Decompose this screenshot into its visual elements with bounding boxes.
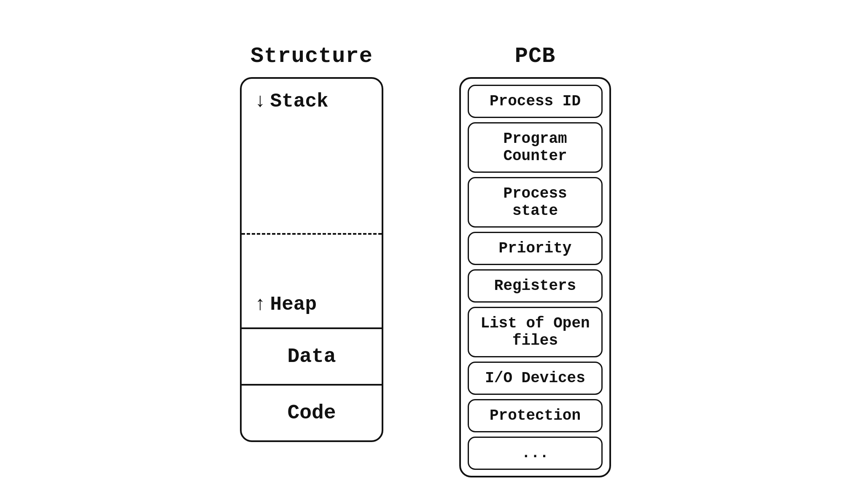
structure-box: ↓ Stack ↑ Heap Data (240, 77, 383, 442)
stack-area: ↓ Stack (242, 79, 382, 235)
data-label: Data (287, 345, 336, 368)
heap-label: Heap (270, 294, 317, 316)
pcb-item-protection: Protection (468, 399, 603, 432)
pcb-item-process-id: Process ID (468, 85, 603, 118)
heap-arrow-up-icon: ↑ (254, 295, 266, 314)
pcb-item-label-priority: Priority (499, 240, 572, 257)
pcb-item-label-protection: Protection (490, 407, 581, 424)
pcb-item-program-counter: Program Counter (468, 122, 603, 173)
main-container: Structure ↓ Stack ↑ Heap (240, 27, 611, 477)
stack-arrow-down-icon: ↓ (254, 92, 266, 111)
data-area: Data (242, 329, 382, 384)
heap-area: ↑ Heap (242, 235, 382, 327)
pcb-item-label-more: ... (522, 445, 549, 462)
pcb-item-label-io-devices: I/O Devices (485, 370, 585, 387)
pcb-item-label-process-id: Process ID (490, 93, 581, 110)
pcb-title: PCB (515, 44, 556, 69)
pcb-item-process-state: Process state (468, 177, 603, 228)
pcb-item-label-program-counter: Program Counter (477, 130, 593, 165)
pcb-item-priority: Priority (468, 232, 603, 265)
pcb-section: PCB Process IDProgram CounterProcess sta… (459, 44, 611, 477)
pcb-item-list-of-open-files: List of Open files (468, 307, 603, 357)
code-area: Code (242, 386, 382, 440)
pcb-item-label-process-state: Process state (477, 185, 593, 220)
stack-heap-area: ↓ Stack ↑ Heap (242, 79, 382, 327)
code-label: Code (287, 402, 336, 424)
pcb-item-more: ... (468, 437, 603, 470)
heap-label-row: ↑ Heap (254, 294, 317, 316)
structure-title: Structure (250, 44, 373, 69)
pcb-box: Process IDProgram CounterProcess statePr… (459, 77, 611, 477)
pcb-item-label-registers: Registers (494, 277, 576, 295)
stack-label: Stack (270, 91, 329, 113)
pcb-item-label-list-of-open-files: List of Open files (477, 315, 593, 349)
pcb-item-registers: Registers (468, 269, 603, 303)
stack-label-row: ↓ Stack (254, 91, 329, 113)
structure-section: Structure ↓ Stack ↑ Heap (240, 44, 383, 442)
pcb-item-io-devices: I/O Devices (468, 362, 603, 395)
